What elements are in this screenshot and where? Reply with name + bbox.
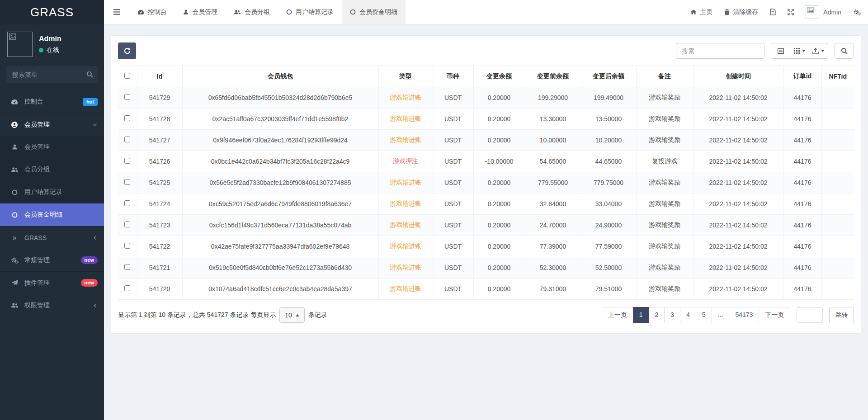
column-header[interactable]: 会员钱包 bbox=[182, 66, 378, 87]
sidebar-item-auth[interactable]: 权限管理 bbox=[0, 294, 104, 316]
tab-settlement[interactable]: 用户结算记录 bbox=[278, 0, 342, 24]
table-row[interactable]: 541729 0x65fd6d06bab5fb45501b50324d28d2d… bbox=[118, 87, 854, 109]
row-checkbox[interactable] bbox=[124, 264, 130, 270]
table-row[interactable]: 541725 0x56e5c5f2ad7330bacfe12b9f9084061… bbox=[118, 172, 854, 193]
user-icon bbox=[183, 9, 189, 15]
home-link[interactable]: 主页 bbox=[690, 8, 712, 16]
sidebar-item-dashboard[interactable]: 控制台 hot bbox=[0, 90, 104, 113]
sidebar-toggle-button[interactable] bbox=[104, 0, 129, 24]
sidebar-item-fund-detail[interactable]: 会员资金明细 bbox=[0, 203, 104, 226]
cell-wallet: 0xcfc156d1f49c371d560eca77131da38a55c074… bbox=[182, 215, 378, 236]
table-row[interactable]: 541721 0x519c50e0f5d840cb0bf6e76e52c1273… bbox=[118, 257, 854, 278]
sidebar-item-plugin[interactable]: 插件管理 new bbox=[0, 271, 104, 294]
page-button[interactable]: 下一页 bbox=[759, 307, 790, 323]
cell-created-time: 2022-11-02 14:50:02 bbox=[693, 87, 783, 109]
cell-remark: 复投游戏 bbox=[636, 151, 693, 172]
row-checkbox[interactable] bbox=[124, 222, 130, 227]
page-jump-input[interactable] bbox=[797, 307, 823, 323]
cell-before-balance: 24.70000 bbox=[525, 215, 581, 236]
cell-wallet: 0xc59c520175ed2a6d6c7949fde8806019f8a636… bbox=[182, 193, 378, 215]
cell-created-time: 2022-11-02 14:50:02 bbox=[693, 109, 783, 130]
page-button[interactable]: 5 bbox=[696, 307, 712, 323]
page-size-value: 10 bbox=[285, 311, 292, 319]
column-header[interactable]: 变更余额 bbox=[473, 66, 525, 87]
tab-dashboard[interactable]: 控制台 bbox=[129, 0, 175, 24]
sidebar-item-member-header[interactable]: 会员管理 bbox=[0, 113, 104, 136]
page-jump-button[interactable]: 跳转 bbox=[829, 307, 854, 323]
cell-after-balance: 199.49000 bbox=[581, 87, 636, 109]
cell-created-time: 2022-11-02 14:50:02 bbox=[693, 215, 783, 236]
column-header[interactable]: 变更后余额 bbox=[581, 66, 636, 87]
settings-gears-icon[interactable] bbox=[853, 9, 861, 16]
page-button[interactable]: ... bbox=[712, 307, 730, 323]
sidebar-item-grass[interactable]: » GRASS bbox=[0, 226, 104, 249]
column-header[interactable]: 备注 bbox=[636, 66, 693, 87]
tab-fund-detail[interactable]: 会员资金明细 bbox=[342, 0, 406, 24]
column-header[interactable]: 变更前余额 bbox=[525, 66, 581, 87]
row-checkbox[interactable] bbox=[124, 243, 130, 249]
search-icon[interactable] bbox=[86, 71, 93, 78]
table-row[interactable]: 541720 0x1074a6ad418cdfc51cc6e2c0c3ab4ea… bbox=[118, 278, 854, 300]
refresh-button[interactable] bbox=[118, 42, 136, 59]
table-row[interactable]: 541724 0xc59c520175ed2a6d6c7949fde880601… bbox=[118, 193, 854, 215]
row-checkbox[interactable] bbox=[124, 158, 130, 164]
cell-change-amount: 0.20000 bbox=[473, 109, 525, 130]
row-checkbox[interactable] bbox=[124, 137, 130, 142]
toolbar-right bbox=[676, 43, 854, 59]
cell-type: 游戏输进账 bbox=[378, 172, 433, 193]
detail-view-icon bbox=[778, 48, 784, 54]
user-status: 在线 bbox=[39, 46, 61, 54]
table-search-input[interactable] bbox=[676, 43, 764, 59]
clear-cache-link[interactable]: 清除缓存 bbox=[724, 8, 758, 16]
toggle-view-button[interactable] bbox=[771, 43, 790, 59]
cell-nft-id bbox=[821, 130, 854, 151]
page-button[interactable]: 3 bbox=[664, 307, 680, 323]
fullscreen-icon[interactable] bbox=[788, 9, 794, 15]
table-row[interactable]: 541726 0x0bc1e442c0a624b34bf7fc3f205a16c… bbox=[118, 151, 854, 172]
columns-grid-icon bbox=[794, 48, 800, 54]
columns-button[interactable] bbox=[790, 43, 809, 59]
cell-order-id: 44176 bbox=[783, 87, 821, 109]
tab-member-manage[interactable]: 会员管理 bbox=[175, 0, 226, 24]
page-button[interactable]: 上一页 bbox=[602, 307, 633, 323]
row-checkbox[interactable] bbox=[124, 179, 130, 185]
column-header[interactable]: 类型 bbox=[378, 66, 433, 87]
table-row[interactable]: 541728 0x2ac51aff0a67c32003035ff4ef71dd1… bbox=[118, 109, 854, 130]
column-header[interactable]: Id bbox=[137, 66, 182, 87]
sidebar-item-label: 权限管理 bbox=[24, 302, 87, 310]
column-header[interactable]: 订单id bbox=[783, 66, 821, 87]
admin-avatar bbox=[806, 5, 819, 19]
table-row[interactable]: 541723 0xcfc156d1f49c371d560eca77131da38… bbox=[118, 215, 854, 236]
tab-member-group[interactable]: 会员分组 bbox=[226, 0, 278, 24]
column-header[interactable]: 创建时间 bbox=[693, 66, 783, 87]
column-header[interactable]: NFTid bbox=[821, 66, 854, 87]
table-toolbar bbox=[118, 42, 854, 59]
select-all-checkbox[interactable] bbox=[124, 73, 130, 79]
page-button[interactable]: 4 bbox=[680, 307, 696, 323]
row-checkbox[interactable] bbox=[124, 285, 130, 291]
column-header[interactable]: 币种 bbox=[433, 66, 473, 87]
export-icon bbox=[812, 48, 819, 54]
admin-menu[interactable]: Admin bbox=[806, 5, 841, 19]
row-checkbox[interactable] bbox=[124, 200, 130, 206]
sidebar-item-general[interactable]: 常规管理 new bbox=[0, 249, 104, 271]
page-button[interactable]: 54173 bbox=[729, 307, 759, 323]
page-button[interactable]: 1 bbox=[633, 307, 649, 323]
app-logo[interactable]: GRASS bbox=[0, 0, 104, 24]
cell-wallet: 0x42ae75fafe9f327775aa33947dfa602ef9e796… bbox=[182, 236, 378, 257]
table-row[interactable]: 541727 0x9f946eef0673f0a24ec176284f19293… bbox=[118, 130, 854, 151]
advanced-search-button[interactable] bbox=[835, 43, 854, 59]
row-checkbox[interactable] bbox=[124, 94, 130, 100]
cell-nft-id bbox=[821, 172, 854, 193]
sidebar-item-member-manage[interactable]: 会员管理 bbox=[0, 136, 104, 158]
page-size-dropdown[interactable]: 10 bbox=[279, 307, 305, 323]
user-panel: Admin 在线 bbox=[0, 24, 104, 63]
sidebar-item-member-group[interactable]: 会员分组 bbox=[0, 158, 104, 181]
file-record-icon[interactable] bbox=[770, 9, 776, 15]
row-checkbox[interactable] bbox=[124, 115, 130, 121]
sidebar-item-settlement[interactable]: 用户结算记录 bbox=[0, 181, 104, 203]
menu-search-input[interactable] bbox=[6, 66, 98, 83]
export-button[interactable] bbox=[809, 43, 828, 59]
table-row[interactable]: 541722 0x42ae75fafe9f327775aa33947dfa602… bbox=[118, 236, 854, 257]
page-button[interactable]: 2 bbox=[649, 307, 665, 323]
